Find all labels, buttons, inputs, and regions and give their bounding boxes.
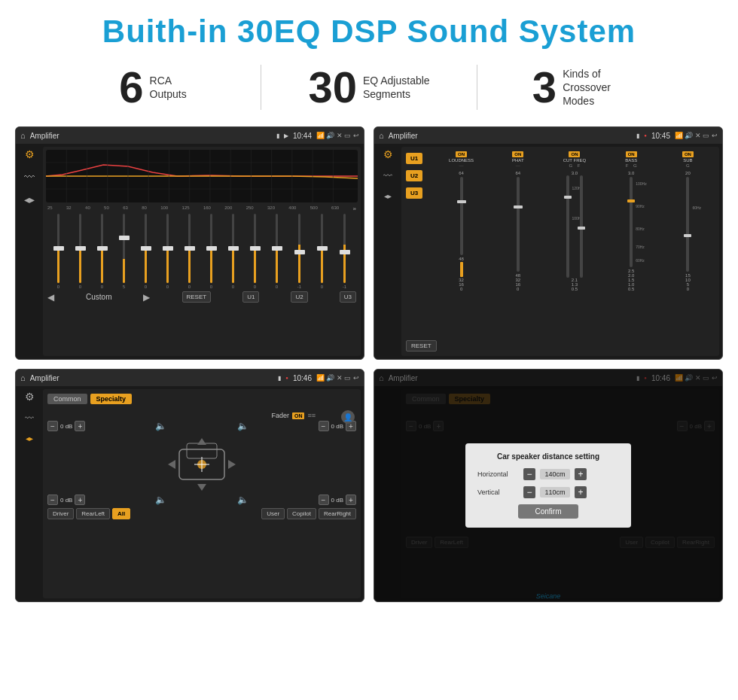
eq-freq-labels: 25 32 40 50 63 80 100 125 160 200 250 32… bbox=[46, 205, 358, 212]
eq-band-14[interactable]: -1 bbox=[343, 214, 346, 289]
settings-icon-2[interactable]: ⚙ bbox=[383, 148, 393, 160]
zone-user[interactable]: User bbox=[261, 508, 285, 519]
screen-fader-icons: 📶 🔊 ✕ ▭ ↩ bbox=[316, 374, 359, 382]
tab-specialty[interactable]: Specialty bbox=[90, 394, 133, 404]
sub-on[interactable]: ON bbox=[682, 151, 694, 157]
balance-icon-2[interactable]: ◂▸ bbox=[384, 192, 392, 200]
speaker-icon-tl: 🔈 bbox=[155, 421, 166, 431]
minus-br[interactable]: − bbox=[319, 495, 329, 505]
reset-button[interactable]: RESET bbox=[182, 291, 212, 303]
wave-icon-3[interactable]: 〰 bbox=[25, 413, 34, 424]
sub-slider[interactable]: 20 60Hz 15 10 5 0 bbox=[661, 171, 715, 291]
record-icon-3: ▮ bbox=[278, 375, 281, 382]
fader-sidebar: ⚙ 〰 ◂▸ bbox=[16, 386, 43, 601]
u1-preset[interactable]: U1 bbox=[406, 153, 422, 164]
sub-ctrl: ON SUB G bbox=[661, 151, 715, 168]
fader-label-row: Fader ON ≡≡ bbox=[271, 412, 316, 419]
u1-button[interactable]: U1 bbox=[242, 291, 259, 303]
eq-chart bbox=[46, 150, 358, 202]
u3-preset[interactable]: U3 bbox=[406, 187, 422, 199]
zone-driver[interactable]: Driver bbox=[47, 508, 74, 519]
plus-br[interactable]: + bbox=[346, 495, 356, 505]
u2-button[interactable]: U2 bbox=[291, 291, 307, 303]
value-tl: 0 dB bbox=[60, 423, 72, 430]
eq-band-6[interactable]: 0 bbox=[166, 214, 169, 289]
wave-icon[interactable]: 〰 bbox=[24, 171, 35, 183]
minus-bl[interactable]: − bbox=[47, 495, 58, 505]
eq-band-3[interactable]: 0 bbox=[101, 214, 103, 289]
stats-row: 6 RCAOutputs 30 EQ AdjustableSegments 3 … bbox=[0, 57, 738, 122]
eq-band-5[interactable]: 0 bbox=[145, 214, 147, 289]
home-icon[interactable]: ⌂ bbox=[20, 131, 26, 140]
svg-marker-22 bbox=[197, 484, 206, 491]
screen-fader-time: 10:46 bbox=[293, 374, 312, 382]
dialog-horizontal-minus[interactable]: − bbox=[523, 468, 535, 480]
stat-rca-number: 6 bbox=[119, 65, 143, 109]
amp-main: U1 U2 U3 ON LOUDNESS — bbox=[401, 147, 719, 356]
dialog-vertical-row: Vertical − 110cm + bbox=[477, 486, 619, 498]
home-icon-3[interactable]: ⌂ bbox=[20, 373, 26, 382]
zone-copilot[interactable]: Copilot bbox=[287, 508, 316, 519]
loudness-slider[interactable]: 64 48 32 16 0 bbox=[435, 171, 488, 291]
record-icon: ▮ bbox=[276, 132, 279, 139]
dialog-horizontal-plus[interactable]: + bbox=[575, 468, 587, 480]
prev-button[interactable]: ◀ bbox=[47, 292, 54, 303]
dialog-overlay: Car speaker distance setting Horizontal … bbox=[374, 370, 722, 601]
eq-band-8[interactable]: 0 bbox=[210, 214, 212, 289]
minus-tr[interactable]: − bbox=[319, 421, 329, 431]
eq-band-10[interactable]: 0 bbox=[254, 214, 256, 289]
fader-tabs: Common Specialty bbox=[47, 394, 356, 404]
confirm-button[interactable]: Confirm bbox=[518, 504, 578, 519]
tab-common[interactable]: Common bbox=[47, 394, 87, 404]
dialog-vertical-minus[interactable]: − bbox=[523, 486, 535, 498]
u3-button[interactable]: U3 bbox=[340, 291, 356, 303]
dialog-title: Car speaker distance setting bbox=[477, 452, 619, 461]
screen-eq: ⌂ Amplifier ▮ ▶ 10:44 📶 🔊 ✕ ▭ ↩ ⚙ 〰 ◂▸ bbox=[15, 126, 364, 360]
balance-icon[interactable]: ◂▸ bbox=[24, 193, 35, 205]
eq-sidebar: ⚙ 〰 ◂▸ bbox=[16, 144, 43, 359]
user-icon[interactable]: 👤 bbox=[341, 410, 355, 424]
u2-preset[interactable]: U2 bbox=[406, 170, 422, 181]
balance-icon-3[interactable]: ◂▸ bbox=[26, 434, 33, 443]
bass-slider[interactable]: 3.0 100Hz 90Hz 80Hz 70Hz 60Hz 2.5 bbox=[605, 171, 658, 291]
minus-tl[interactable]: − bbox=[47, 421, 58, 431]
zone-buttons: Driver RearLeft All User Copilot RearRig… bbox=[47, 508, 356, 519]
dialog-vertical-plus[interactable]: + bbox=[575, 486, 587, 498]
dot-icon: ● bbox=[644, 133, 647, 138]
zone-rearleft[interactable]: RearLeft bbox=[76, 508, 110, 519]
phat-slider[interactable]: 64 48 32 16 0 bbox=[491, 171, 544, 291]
phat-on[interactable]: ON bbox=[512, 151, 523, 157]
loudness-on[interactable]: ON bbox=[456, 151, 467, 157]
eq-band-1[interactable]: 0 bbox=[57, 214, 59, 289]
eq-bottom: ◀ Custom ▶ RESET U1 U2 U3 bbox=[46, 289, 358, 303]
dot-icon-3: ● bbox=[285, 376, 288, 380]
eq-band-13[interactable]: 0 bbox=[321, 214, 323, 289]
plus-tl[interactable]: + bbox=[75, 421, 85, 431]
home-icon-2[interactable]: ⌂ bbox=[379, 131, 384, 140]
eq-band-7[interactable]: 0 bbox=[188, 214, 191, 289]
car-diagram bbox=[47, 434, 356, 495]
svg-rect-18 bbox=[187, 443, 217, 458]
zone-rearright[interactable]: RearRight bbox=[319, 508, 356, 519]
bass-on[interactable]: ON bbox=[626, 151, 637, 157]
on-buttons-row: ON LOUDNESS — ON PHAT — ON C bbox=[435, 151, 715, 168]
eq-band-9[interactable]: 0 bbox=[232, 214, 234, 289]
stat-rca: 6 RCAOutputs bbox=[45, 65, 261, 109]
plus-bl[interactable]: + bbox=[75, 495, 85, 505]
zone-all[interactable]: All bbox=[112, 508, 130, 519]
speaker-ctrl-tl: − 0 dB + bbox=[47, 421, 85, 431]
eq-band-2[interactable]: 0 bbox=[79, 214, 81, 289]
amp-reset-button[interactable]: RESET bbox=[406, 340, 437, 352]
settings-icon-3[interactable]: ⚙ bbox=[25, 391, 35, 403]
eq-band-4[interactable]: 5 bbox=[123, 214, 125, 289]
next-button[interactable]: ▶ bbox=[143, 292, 150, 303]
eq-band-11[interactable]: 0 bbox=[276, 214, 278, 289]
stat-rca-label: RCAOutputs bbox=[150, 74, 187, 101]
amp-content: ⚙ 〰 ◂▸ U1 U2 U3 bbox=[374, 144, 722, 359]
cutfreq-slider[interactable]: 3.0 120Hz 100Hz bbox=[547, 171, 601, 291]
settings-icon[interactable]: ⚙ bbox=[25, 148, 35, 160]
cutfreq-on[interactable]: ON bbox=[569, 151, 580, 157]
stat-eq-number: 30 bbox=[308, 65, 357, 109]
eq-band-12[interactable]: -1 bbox=[297, 214, 301, 289]
wave-icon-2[interactable]: 〰 bbox=[383, 171, 392, 181]
